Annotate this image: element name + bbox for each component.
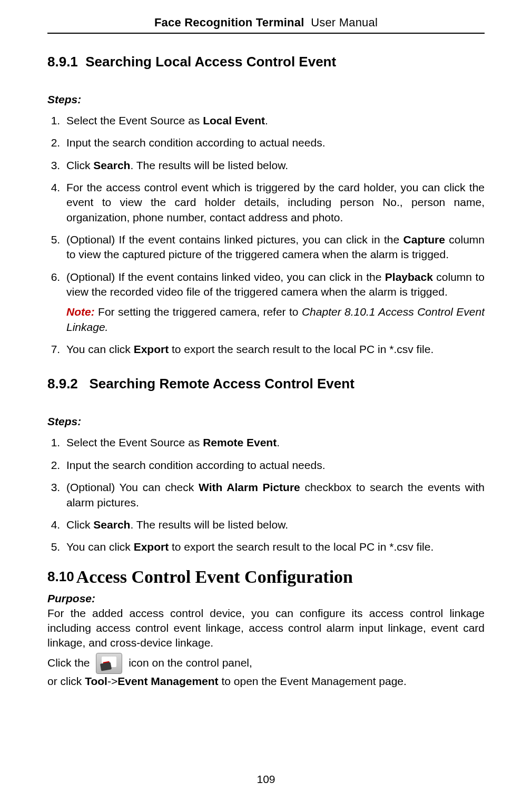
section-number: 8.9.2 <box>47 376 78 392</box>
purpose-label: Purpose: <box>47 592 485 605</box>
section-title: Searching Remote Access Control Event <box>90 376 354 392</box>
section-title: Access Control Event Configuration <box>76 567 353 586</box>
steps-list-remote: Select the Event Source as Remote Event.… <box>47 435 485 554</box>
list-item: (Optional) You can check With Alarm Pict… <box>63 480 485 510</box>
list-item: Select the Event Source as Local Event. <box>63 113 485 128</box>
list-item: You can click Export to export the searc… <box>63 342 485 357</box>
page-header: Face Recognition Terminal User Manual <box>47 0 485 34</box>
list-item: Input the search condition according to … <box>63 135 485 150</box>
list-item: Select the Event Source as Remote Event. <box>63 435 485 450</box>
section-heading-8-9-1: 8.9.1 Searching Local Access Control Eve… <box>47 54 485 70</box>
list-item: Click Search. The results will be listed… <box>63 517 485 532</box>
page-number: 109 <box>0 773 532 786</box>
steps-label: Steps: <box>47 415 485 428</box>
list-item: You can click Export to export the searc… <box>63 540 485 554</box>
section-title: Searching Local Access Control Event <box>85 54 336 70</box>
or-click-instruction: or click Tool->Event Management to open … <box>47 674 485 689</box>
steps-label: Steps: <box>47 93 485 106</box>
header-title-bold: Face Recognition Terminal <box>154 16 304 29</box>
header-title-light: User Manual <box>311 16 378 29</box>
steps-list-local: Select the Event Source as Local Event. … <box>47 113 485 357</box>
list-item: For the access control event which is tr… <box>63 180 485 225</box>
list-item: Click Search. The results will be listed… <box>63 158 485 173</box>
section-heading-8-10: 8.10Access Control Event Configuration <box>47 566 485 587</box>
event-management-icon <box>96 653 122 674</box>
note-label: Note: <box>66 306 95 318</box>
list-item: (Optional) If the event contains linked … <box>63 270 485 335</box>
section-number: 8.10 <box>47 569 74 584</box>
purpose-text: For the added access control device, you… <box>47 606 485 651</box>
click-instruction: Click the icon on the control panel, <box>47 653 485 674</box>
section-number: 8.9.1 <box>47 54 78 70</box>
section-heading-8-9-2: 8.9.2 Searching Remote Access Control Ev… <box>47 376 485 392</box>
list-item: (Optional) If the event contains linked … <box>63 232 485 262</box>
list-item: Input the search condition according to … <box>63 458 485 473</box>
